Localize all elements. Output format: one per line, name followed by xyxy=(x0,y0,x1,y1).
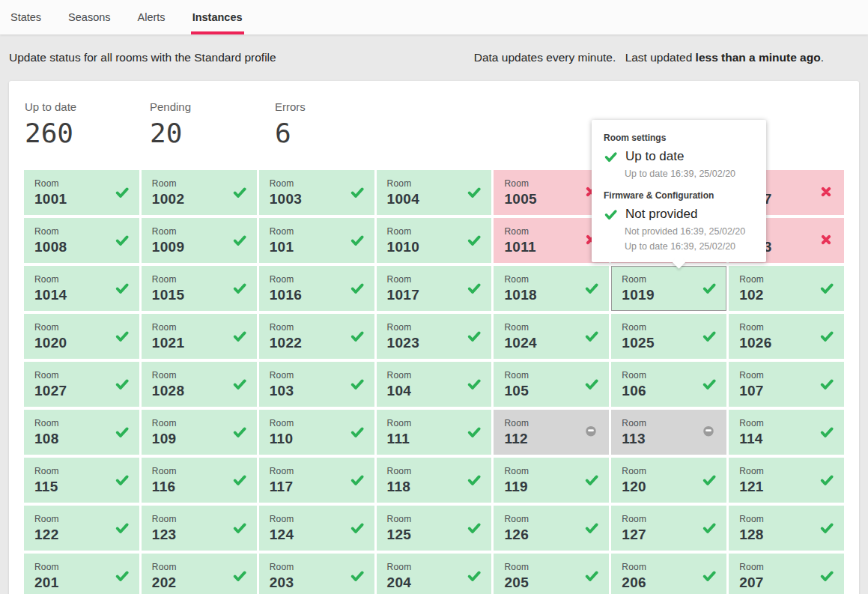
room-card[interactable]: Room 121 xyxy=(729,458,844,503)
update-status-text: Data updates every minute. Last updated … xyxy=(474,51,824,64)
tab-instances[interactable]: Instances xyxy=(191,0,244,34)
check-icon xyxy=(604,207,618,222)
room-card[interactable]: Room 1015 xyxy=(142,266,257,311)
check-icon xyxy=(819,569,834,584)
room-card[interactable]: Room 104 xyxy=(377,362,492,407)
check-icon xyxy=(584,377,599,392)
room-card[interactable]: Room 203 xyxy=(259,554,374,594)
room-card[interactable]: Room 126 xyxy=(494,506,609,551)
room-card[interactable]: Room 114 xyxy=(729,410,844,455)
room-card[interactable]: Room 1022 xyxy=(259,314,374,359)
room-card[interactable]: Room 1023 xyxy=(377,314,492,359)
room-card[interactable]: Room 207 xyxy=(729,554,844,594)
check-icon xyxy=(819,425,834,440)
check-icon xyxy=(115,233,130,248)
check-icon xyxy=(467,281,482,296)
tab-states[interactable]: States xyxy=(9,0,43,34)
tooltip-section-title: Firmware & Configuration xyxy=(604,190,754,201)
room-card[interactable]: Room 1026 xyxy=(729,314,844,359)
check-icon xyxy=(467,473,482,488)
room-card[interactable]: Room 204 xyxy=(377,554,492,594)
room-card[interactable]: Room 1009 xyxy=(142,218,257,263)
room-card[interactable]: Room 1008 xyxy=(24,218,139,263)
room-card[interactable]: Room 109 xyxy=(142,410,257,455)
room-card[interactable]: Room 110 xyxy=(259,410,374,455)
room-card[interactable]: Room 101 xyxy=(259,218,374,263)
room-card[interactable]: Room 103 xyxy=(259,362,374,407)
check-icon xyxy=(819,281,834,296)
check-icon xyxy=(604,150,618,164)
room-card[interactable]: Room 1001 xyxy=(24,170,139,215)
tab-alerts[interactable]: Alerts xyxy=(136,0,167,34)
room-card[interactable]: Room 117 xyxy=(259,458,374,503)
room-card[interactable]: Room 1017 xyxy=(377,266,492,311)
tooltip-detail: Up to date 16:39, 25/02/20 xyxy=(625,241,754,252)
room-card[interactable]: Room 1010 xyxy=(377,218,492,263)
room-card[interactable]: Room 118 xyxy=(377,458,492,503)
check-icon xyxy=(115,329,130,344)
check-icon xyxy=(232,425,247,440)
room-card[interactable]: Room 1021 xyxy=(142,314,257,359)
room-card[interactable]: Room 123 xyxy=(142,506,257,551)
room-card[interactable]: Room 111 xyxy=(377,410,492,455)
check-icon xyxy=(467,425,482,440)
check-icon xyxy=(584,521,599,536)
room-card[interactable]: Room 106 xyxy=(611,362,726,407)
stat-errors: Errors 6 xyxy=(275,100,400,147)
room-card[interactable]: Room 128 xyxy=(729,506,844,551)
check-icon xyxy=(232,281,247,296)
room-card[interactable]: Room 1028 xyxy=(142,362,257,407)
check-icon xyxy=(702,521,717,536)
room-card[interactable]: Room 124 xyxy=(259,506,374,551)
room-card[interactable]: Room 1002 xyxy=(142,170,257,215)
room-card[interactable]: Room 115 xyxy=(24,458,139,503)
room-card[interactable]: Room 1020 xyxy=(24,314,139,359)
room-card[interactable]: Room 127 xyxy=(611,506,726,551)
update-frequency-text: Data updates every minute. xyxy=(474,51,616,64)
check-icon xyxy=(467,185,482,200)
room-card[interactable]: Room 1016 xyxy=(259,266,374,311)
tooltip-section-firmware: Firmware & Configuration Not provided No… xyxy=(604,190,754,252)
room-card[interactable]: Room 125 xyxy=(377,506,492,551)
room-card[interactable]: Room 116 xyxy=(142,458,257,503)
check-icon xyxy=(115,377,130,392)
stat-pending: Pending 20 xyxy=(150,100,275,147)
room-card[interactable]: Room 202 xyxy=(142,554,257,594)
tab-seasons[interactable]: Seasons xyxy=(67,0,112,34)
room-card[interactable]: Room 102 xyxy=(729,266,844,311)
room-card[interactable]: Room 205 xyxy=(494,554,609,594)
room-card[interactable]: Room 1014 xyxy=(24,266,139,311)
last-updated-label: Last updated xyxy=(625,51,693,64)
room-card[interactable]: Room 206 xyxy=(611,554,726,594)
check-icon xyxy=(350,521,365,536)
tooltip-status-text: Up to date xyxy=(625,149,684,164)
header-strip: Update status for all rooms with the Sta… xyxy=(0,34,868,81)
room-card[interactable]: Room 1003 xyxy=(259,170,374,215)
stat-label: Up to date xyxy=(25,100,150,113)
room-card[interactable]: Room 1027 xyxy=(24,362,139,407)
error-x-icon xyxy=(819,185,834,200)
check-icon xyxy=(115,473,130,488)
check-icon xyxy=(702,569,717,584)
room-card[interactable]: Room 1024 xyxy=(494,314,609,359)
room-card[interactable]: Room 107 xyxy=(729,362,844,407)
room-card[interactable]: Room 120 xyxy=(611,458,726,503)
tooltip-status-row: Up to date xyxy=(604,149,754,164)
room-card[interactable]: Room 1019 xyxy=(611,266,726,311)
tooltip-section-title: Room settings xyxy=(604,133,754,143)
room-card[interactable]: Room 108 xyxy=(24,410,139,455)
room-card[interactable]: Room 112 xyxy=(494,410,609,455)
room-card[interactable]: Room 122 xyxy=(24,506,139,551)
room-card[interactable]: Room 119 xyxy=(494,458,609,503)
room-card[interactable]: Room 1018 xyxy=(494,266,609,311)
check-icon xyxy=(350,377,365,392)
check-icon xyxy=(584,329,599,344)
room-card[interactable]: Room 1004 xyxy=(377,170,492,215)
stat-up-to-date: Up to date 260 xyxy=(25,100,150,147)
room-card[interactable]: Room 113 xyxy=(611,410,726,455)
room-card[interactable]: Room 105 xyxy=(494,362,609,407)
room-card[interactable]: Room 1025 xyxy=(611,314,726,359)
top-tab-bar: StatesSeasonsAlertsInstances xyxy=(0,0,868,34)
room-card[interactable]: Room 201 xyxy=(24,554,139,594)
stat-label: Pending xyxy=(150,100,275,113)
